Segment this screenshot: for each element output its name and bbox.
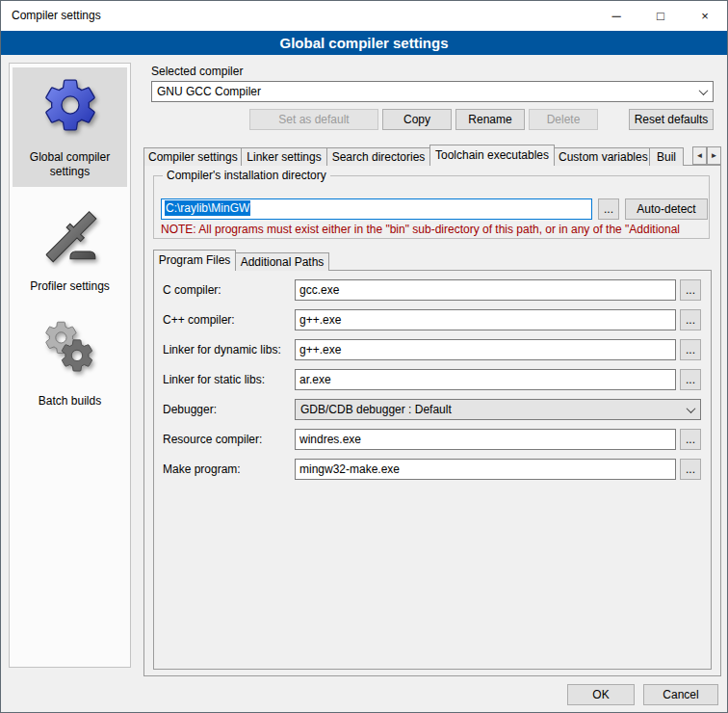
sidebar-item-label: Profiler settings [14,279,125,294]
dynamic-linker-input[interactable] [295,339,676,360]
browse-installation-directory-button[interactable]: ... [598,198,619,220]
browse-dynamic-linker-button[interactable]: ... [680,339,701,360]
gray-gears-icon [40,319,100,379]
tab-additional-paths[interactable]: Additional Paths [235,252,329,271]
browse-cpp-compiler-button[interactable]: ... [680,309,701,330]
set-as-default-button: Set as default [249,109,378,130]
browse-resource-compiler-button[interactable]: ... [680,429,701,450]
selected-compiler-label: Selected compiler [151,65,243,78]
tab-custom-variables[interactable]: Custom variables [554,147,650,166]
installation-directory-group-title: Compiler's installation directory [163,169,330,182]
tab-toolchain-executables[interactable]: Toolchain executables [429,145,555,166]
tab-search-directories[interactable]: Search directories [326,147,430,166]
debugger-select-value: GDB/CDB debugger : Default [300,403,452,416]
profiler-hammer-icon [40,204,100,264]
cpp-compiler-input[interactable] [295,309,676,330]
browse-c-compiler-button[interactable]: ... [680,279,701,301]
debugger-select[interactable]: GDB/CDB debugger : Default [295,399,701,420]
c-compiler-input[interactable] [295,279,676,301]
main-tab-strip: Compiler settings Linker settings Search… [143,145,683,166]
browse-static-linker-button[interactable]: ... [680,369,701,390]
tab-program-files[interactable]: Program Files [153,250,236,271]
tab-compiler-settings[interactable]: Compiler settings [143,147,242,166]
chevron-down-icon [682,400,700,419]
ok-button[interactable]: OK [567,684,635,705]
window-title: Compiler settings [12,9,101,22]
chevron-down-icon [694,82,713,101]
make-program-input[interactable] [295,459,676,480]
sub-tab-strip: Program Files Additional Paths [153,250,328,271]
compiler-settings-window: Compiler settings ─ □ × Global compiler … [0,0,728,713]
sidebar-item-label: Batch builds [14,394,125,409]
static-linker-label: Linker for static libs: [163,373,265,386]
cancel-button[interactable]: Cancel [643,684,718,705]
debugger-label: Debugger: [163,403,217,416]
static-linker-input[interactable] [295,369,676,390]
dynamic-linker-label: Linker for dynamic libs: [163,343,281,356]
sidebar-item-label: Global compiler settings [14,150,125,179]
tab-scroll-left-icon[interactable]: ◄ [692,146,707,165]
c-compiler-label: C compiler: [163,283,221,297]
close-button[interactable]: × [683,1,727,31]
sidebar-item-batch-builds[interactable]: Batch builds [13,311,127,416]
make-program-label: Make program: [163,462,241,476]
compiler-select-value: GNU GCC Compiler [157,85,261,98]
resource-compiler-input[interactable] [295,429,676,450]
copy-button[interactable]: Copy [382,109,452,130]
tab-scroll-right-icon[interactable]: ► [707,146,721,165]
settings-category-sidebar: Global compiler settings Profiler settin… [9,63,131,668]
programs-note: NOTE: All programs must exist either in … [161,223,708,236]
compiler-select[interactable]: GNU GCC Compiler [151,81,714,102]
titlebar: Compiler settings ─ □ × [1,1,727,31]
page-title: Global compiler settings [1,31,727,55]
browse-make-program-button[interactable]: ... [680,459,701,480]
reset-defaults-button[interactable]: Reset defaults [629,109,714,130]
cpp-compiler-label: C++ compiler: [163,313,235,327]
installation-directory-input[interactable]: C:\raylib\MinGW [161,198,592,220]
delete-button: Delete [529,109,598,130]
window-controls: ─ □ × [594,1,727,31]
blue-gear-icon [40,75,100,135]
sidebar-item-profiler-settings[interactable]: Profiler settings [13,197,127,302]
rename-button[interactable]: Rename [455,109,525,130]
tab-build-truncated[interactable]: Buil [649,147,684,166]
minimize-button[interactable]: ─ [594,1,638,31]
tab-linker-settings[interactable]: Linker settings [241,147,327,166]
resource-compiler-label: Resource compiler: [163,433,262,446]
maximize-button[interactable]: □ [638,1,683,31]
auto-detect-button[interactable]: Auto-detect [625,198,708,220]
sidebar-item-global-compiler-settings[interactable]: Global compiler settings [13,67,127,187]
selected-text: C:\raylib\MinGW [165,200,250,216]
